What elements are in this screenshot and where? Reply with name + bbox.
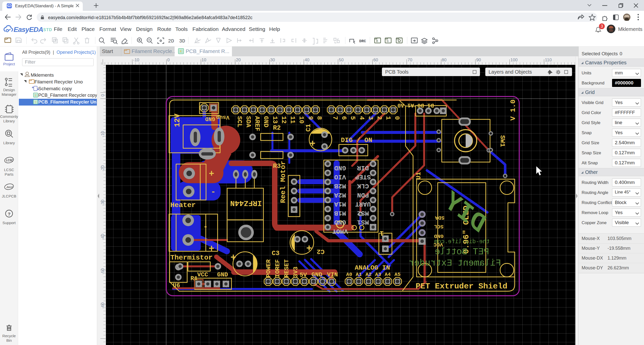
svg-text:SCL: SCL	[434, 224, 444, 229]
svg-text:C3: C3	[272, 250, 279, 257]
svg-text:PDN: PDN	[357, 191, 369, 199]
svg-text:GND: GND	[262, 116, 269, 127]
svg-text:2: 2	[376, 116, 383, 120]
svg-text:10: 10	[298, 116, 305, 124]
svg-text:RESET: RESET	[283, 259, 290, 277]
svg-text:11: 11	[289, 116, 296, 124]
svg-text:PET Extruder Shield: PET Extruder Shield	[416, 282, 507, 291]
svg-text:-: -	[203, 223, 208, 231]
svg-text:8: 8	[315, 116, 323, 120]
svg-text:6: 6	[340, 116, 347, 120]
svg-text:MS2: MS2	[357, 209, 369, 217]
svg-text:A3: A3	[375, 272, 381, 277]
svg-text:Heater: Heater	[170, 201, 196, 209]
svg-text:SCL: SCL	[236, 116, 243, 127]
svg-text:MS1: MS1	[357, 218, 369, 226]
svg-text:?: ?	[8, 212, 11, 217]
svg-text:DIY: DIY	[436, 186, 492, 239]
svg-text:G: G	[387, 39, 389, 43]
svg-text:3: 3	[367, 116, 374, 120]
svg-text:-: -	[211, 187, 216, 196]
svg-text:DIG / ON: DIG / ON	[341, 136, 372, 144]
svg-text:ANALOG IN: ANALOG IN	[355, 264, 390, 272]
svg-text:U6: U6	[173, 282, 180, 289]
svg-text:VIN: VIN	[327, 271, 338, 278]
svg-text:0: 0	[393, 116, 400, 120]
svg-text:R2: R2	[273, 124, 281, 132]
svg-text:DIR: DIR	[357, 164, 369, 172]
svg-text:R1: R1	[190, 275, 198, 282]
svg-text:UART: UART	[355, 200, 371, 208]
svg-text:5: 5	[349, 116, 356, 120]
svg-text:Vsup: Vsup	[216, 114, 229, 120]
svg-text:M2A: M2A	[334, 191, 346, 199]
svg-text:Filament Extruder: Filament Extruder	[409, 258, 501, 268]
svg-text:V 1.0: V 1.0	[509, 100, 517, 121]
svg-text:13: 13	[271, 116, 278, 124]
svg-text:STEP: STEP	[355, 173, 371, 181]
svg-text:+: +	[230, 252, 236, 263]
svg-text:CLK: CLK	[357, 182, 369, 190]
svg-text:C2: C2	[317, 248, 325, 255]
svg-text:4: 4	[358, 116, 365, 120]
svg-text:GND: GND	[334, 164, 346, 172]
svg-text:DRC: DRC	[359, 39, 366, 43]
svg-text:+: +	[209, 242, 214, 253]
svg-text:U1: U1	[415, 172, 422, 180]
svg-text:A2: A2	[366, 272, 372, 277]
svg-text:B: B	[376, 39, 378, 43]
svg-text:+: +	[306, 242, 312, 253]
svg-text:the-diy-life.com: the-diy-life.com	[434, 238, 490, 245]
svg-text:M2B: M2B	[334, 182, 346, 190]
svg-text:1: 1	[380, 229, 384, 237]
svg-text:C1: C1	[305, 124, 312, 132]
svg-text:SW1: SW1	[499, 135, 506, 147]
svg-text:A4: A4	[385, 272, 391, 277]
svg-text:GND: GND	[311, 271, 322, 278]
svg-text:Thermistor: Thermistor	[170, 254, 213, 262]
svg-text:M1B: M1B	[334, 209, 346, 217]
svg-text:2D: 2D	[168, 38, 174, 44]
svg-text:3D: 3D	[179, 38, 185, 44]
svg-text:1: 1	[384, 116, 392, 120]
svg-text:A5: A5	[394, 272, 400, 277]
svg-text:9: 9	[307, 116, 314, 120]
svg-text:VMOT: VMOT	[332, 227, 348, 235]
svg-text:A0: A0	[346, 272, 352, 277]
svg-text:M1A: M1A	[334, 200, 346, 208]
svg-text:VCC: VCC	[197, 271, 208, 278]
svg-text:3V3: 3V3	[292, 267, 299, 277]
svg-text:Reel Motor: Reel Motor	[279, 161, 287, 203]
svg-text:IRFZ44N: IRFZ44N	[230, 199, 262, 207]
svg-text:VIO: VIO	[334, 173, 346, 181]
svg-text:SDA: SDA	[435, 215, 445, 221]
svg-text:12: 12	[280, 116, 287, 124]
svg-text:GND: GND	[205, 116, 215, 122]
svg-text:7: 7	[331, 116, 339, 120]
svg-text:SDA: SDA	[245, 116, 252, 127]
svg-text:D1 D0 A1 A0: D1 D0 A1 A0	[397, 102, 434, 108]
svg-text:LCSC: LCSC	[6, 159, 13, 162]
svg-text:+: +	[310, 138, 315, 149]
svg-text:AREF: AREF	[253, 116, 261, 131]
svg-text:GND: GND	[434, 233, 444, 239]
svg-text:5V: 5V	[300, 272, 307, 278]
svg-text:12V: 12V	[173, 114, 182, 127]
svg-text:POWER: POWER	[265, 259, 272, 277]
svg-text:GND: GND	[217, 271, 228, 278]
svg-text:GND: GND	[334, 218, 346, 226]
svg-text:PET Bottle: PET Bottle	[435, 247, 489, 257]
svg-text:JuLC: JuLC	[6, 186, 13, 189]
svg-text:A1: A1	[356, 272, 362, 277]
svg-text:+: +	[209, 169, 214, 179]
svg-text:IOREF: IOREF	[274, 259, 281, 277]
